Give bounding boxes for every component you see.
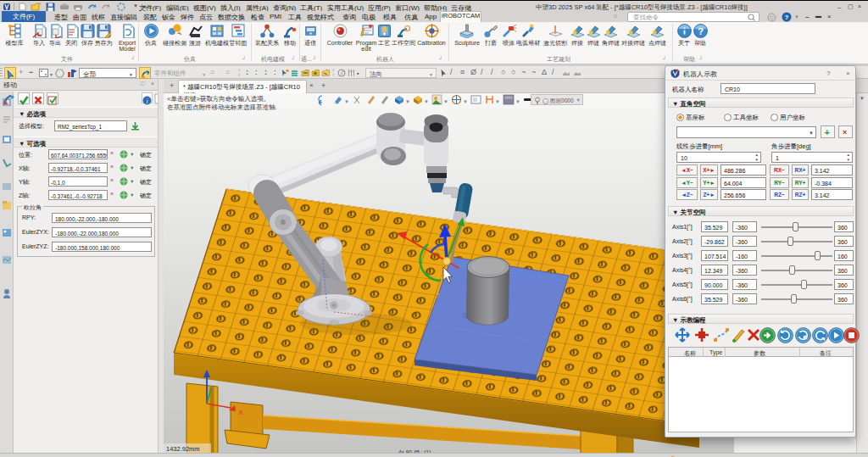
svg-text:▼: ▼ bbox=[495, 99, 500, 104]
svg-text:▼: ▼ bbox=[405, 99, 410, 104]
svg-text:▼: ▼ bbox=[344, 99, 349, 104]
svg-text:X: X bbox=[237, 409, 243, 416]
svg-text:?: ? bbox=[785, 14, 789, 21]
svg-text:▼: ▼ bbox=[463, 99, 468, 104]
svg-text:i: i bbox=[146, 98, 147, 105]
svg-text:▼: ▼ bbox=[515, 99, 520, 104]
svg-text:▼: ▼ bbox=[443, 99, 448, 104]
svg-text:▼: ▼ bbox=[424, 99, 429, 104]
